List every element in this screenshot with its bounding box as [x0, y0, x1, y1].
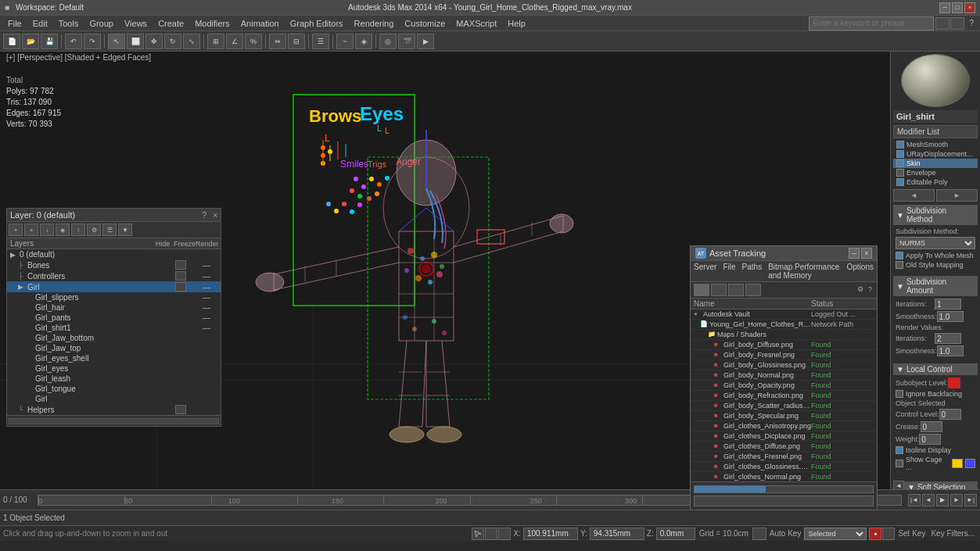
weight-input[interactable] — [919, 434, 941, 445]
layer-row-girl-slippers[interactable]: Girl_slippers — — [7, 292, 221, 302]
modifier-editable-poly[interactable]: Editable Poly — [893, 177, 978, 187]
modifier-envelope[interactable]: Envelope — [893, 168, 978, 177]
menu-group[interactable]: Group — [84, 18, 118, 29]
method-select[interactable]: NURMS — [896, 237, 975, 249]
layer-row-girl-tongue[interactable]: Girl_tongue — [7, 384, 221, 394]
layer-row-default[interactable]: ▶ 0 (default) — [7, 249, 221, 259]
select-button[interactable]: ↖ — [108, 34, 125, 49]
dialog-minimize-btn[interactable]: ─ — [849, 248, 860, 259]
layer-filter-btn[interactable]: ▼ — [118, 224, 132, 236]
z-field[interactable] — [656, 528, 695, 540]
layer-freeze-chk[interactable] — [175, 271, 186, 281]
asset-row-girl-file[interactable]: 📄 Young_Girl_Home_Clothes_Rigged_m... Ne… — [691, 320, 877, 330]
render-smoothness-input[interactable] — [937, 345, 964, 356]
layer-prefs-btn[interactable]: ⚙ — [87, 224, 101, 236]
dialog-close-btn[interactable]: × — [861, 248, 872, 259]
open-button[interactable]: 📂 — [22, 34, 39, 49]
asset-path-input[interactable] — [694, 496, 874, 506]
menu-maxscript[interactable]: MAXScript — [451, 18, 501, 29]
select-in-layer-btn[interactable]: ◈ — [56, 224, 70, 236]
cage-color-swatch2[interactable] — [965, 459, 975, 468]
prev-frame-btn[interactable]: ◄ — [922, 494, 935, 506]
menu-views[interactable]: Views — [120, 18, 152, 29]
local-control-header[interactable]: ▼ Local Control — [893, 363, 978, 375]
modifier-skin[interactable]: Skin — [893, 159, 978, 168]
layer-row-girl[interactable]: ▶ Girl — — [7, 281, 221, 292]
maximize-button[interactable]: □ — [952, 2, 963, 13]
asset-menu-bitmap[interactable]: Bitmap Performance and Memory — [768, 263, 840, 280]
layer-row-girl-shirt1[interactable]: Girl_shirt1 — — [7, 323, 221, 333]
layer-row-girl-jaw-top[interactable]: Girl_Jaw_top — [7, 343, 221, 353]
apply-whole-mesh-checkbox[interactable] — [896, 252, 903, 259]
curve-editor-button[interactable]: ~ — [336, 34, 354, 49]
ignore-backfacing-checkbox[interactable] — [896, 390, 903, 398]
asset-row-dicplace[interactable]: ■ Girl_clothes_Dicplace.png Found — [691, 431, 877, 442]
selection-icon[interactable] — [472, 528, 484, 540]
asset-menu-server[interactable]: Server — [694, 263, 716, 280]
mod-checkbox[interactable] — [896, 178, 904, 186]
asset-tab-1[interactable] — [694, 284, 709, 296]
asset-row-refraction[interactable]: ■ Girl_body_Refraction.png Found — [691, 391, 877, 401]
asset-menu-paths[interactable]: Paths — [742, 263, 763, 280]
layers-close-btn[interactable]: × — [213, 211, 217, 220]
asset-row-scatter[interactable]: ■ Girl_body_Scatter_radius.png Found — [691, 401, 877, 411]
subdivision-method-header[interactable]: ▼ Subdivision Method — [893, 205, 978, 225]
mod-checkbox[interactable] — [896, 141, 904, 148]
minimize-button[interactable]: ─ — [939, 2, 950, 13]
render-setup-button[interactable]: 🎬 — [398, 34, 415, 49]
new-button[interactable]: 📄 — [3, 34, 20, 49]
show-cage-checkbox[interactable] — [896, 460, 903, 467]
select-region-button[interactable]: ⬜ — [127, 34, 144, 49]
asset-tab-4[interactable] — [745, 284, 761, 296]
asset-help-btn[interactable]: ? — [867, 284, 874, 296]
schematic-button[interactable]: ◈ — [355, 34, 372, 49]
search-button[interactable] — [935, 17, 949, 30]
iterations-input[interactable] — [935, 299, 961, 309]
menu-modifiers[interactable]: Modifiers — [190, 18, 235, 29]
x-field[interactable] — [523, 528, 578, 540]
menu-rendering[interactable]: Rendering — [350, 18, 399, 29]
layers-hscrollbar[interactable] — [9, 418, 219, 424]
modifier-meshsmooth[interactable]: MeshSmooth — [893, 140, 978, 149]
delete-layer-btn[interactable]: × — [24, 224, 38, 236]
asset-tab-3[interactable] — [728, 284, 744, 296]
redo-button[interactable]: ↷ — [84, 34, 101, 49]
menu-tools[interactable]: Tools — [54, 18, 84, 29]
layer-row-girl-leash[interactable]: Girl_leash — [7, 374, 221, 384]
lock-icon[interactable] — [485, 528, 497, 540]
asset-row-clothes-glossiness[interactable]: ■ Girl_clothes_Glossiness.png Found — [691, 462, 877, 472]
layer-row-bones[interactable]: ├ Bones — — [7, 259, 221, 270]
mod-checkbox[interactable] — [896, 150, 904, 158]
snap-button[interactable]: ⊞ — [207, 34, 224, 49]
auto-key-select[interactable]: Selected — [804, 528, 867, 540]
new-layer-btn[interactable]: + — [9, 224, 23, 236]
render-iterations-input[interactable] — [935, 333, 961, 344]
search-options-button[interactable] — [950, 17, 964, 30]
menu-help[interactable]: Help — [503, 18, 530, 29]
layer-freeze-chk[interactable] — [175, 282, 186, 292]
prev-key-btn[interactable]: |◄ — [908, 494, 921, 506]
asset-row-maps-folder[interactable]: 📁 Maps / Shaders — [691, 330, 877, 340]
render-button[interactable]: ▶ — [417, 34, 434, 49]
menu-create[interactable]: Create — [153, 18, 188, 29]
asset-row-clothes-diffuse[interactable]: ■ Girl_clothes_Diffuse.png Found — [691, 442, 877, 452]
undo-button[interactable]: ↶ — [65, 34, 82, 49]
control-level-input[interactable] — [939, 409, 961, 420]
layer-row-controllers[interactable]: ├ Controllers — — [7, 270, 221, 281]
nav-right[interactable]: ► — [936, 189, 978, 202]
scale-button[interactable]: ⤡ — [183, 34, 200, 49]
snap-icon[interactable] — [752, 528, 766, 540]
menu-animation[interactable]: Animation — [236, 18, 284, 29]
menu-edit[interactable]: Edit — [28, 18, 52, 29]
modifier-uvw[interactable]: URayDisplacement... — [893, 149, 978, 159]
save-button[interactable]: 💾 — [41, 34, 58, 49]
asset-row-specular[interactable]: ■ Girl_body_Specular.png Found — [691, 411, 877, 421]
asset-row-clothes-fresnel[interactable]: ■ Girl_clothes_Fresnel.png Found — [691, 452, 877, 462]
asset-row-vault[interactable]: ● Autodesk Vault Logged Out ... — [691, 309, 877, 320]
layer-settings-btn[interactable]: ☰ — [102, 224, 117, 236]
mod-checkbox[interactable] — [896, 159, 904, 167]
rotate-button[interactable]: ↻ — [164, 34, 181, 49]
asset-row-diffuse[interactable]: ■ Girl_body_Diffuse.png Found — [691, 340, 877, 350]
asset-row-clothes-normal[interactable]: ■ Girl_clothes_Normal.png Found — [691, 472, 877, 481]
close-button[interactable]: × — [964, 2, 975, 13]
